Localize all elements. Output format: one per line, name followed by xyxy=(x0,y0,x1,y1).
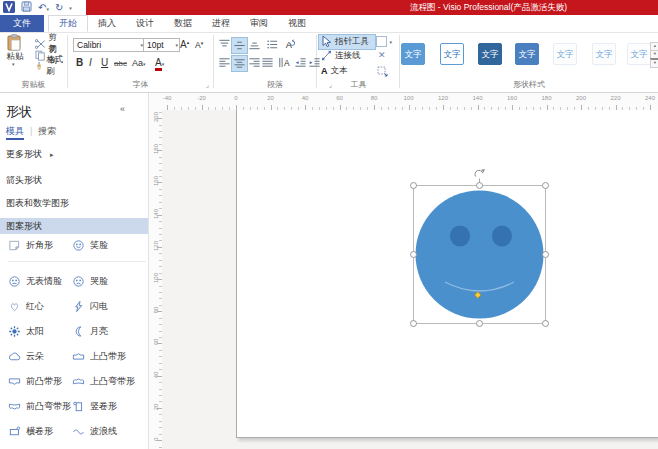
connection-point-icon[interactable]: ✕ xyxy=(378,50,386,60)
stencil-shape[interactable]: 上凸带形 xyxy=(72,344,146,369)
rectangle-tool-button[interactable]: ▾ xyxy=(376,36,392,47)
selection-handle[interactable] xyxy=(411,183,417,189)
ruler-label: 120 xyxy=(438,95,448,101)
shape-style-swatch-4[interactable]: 文字 xyxy=(515,43,539,65)
stencil-shape[interactable]: 前凸弯带形 xyxy=(8,394,72,419)
font-color-button[interactable]: A▾ xyxy=(155,57,164,68)
rotation-handle[interactable] xyxy=(475,170,483,176)
ruler-label: 60 xyxy=(153,336,159,349)
tab-设计[interactable]: 设计 xyxy=(126,15,164,32)
italic-button[interactable]: I xyxy=(89,57,92,68)
grow-font-button[interactable]: A▴ xyxy=(180,39,189,50)
tab-进程[interactable]: 进程 xyxy=(202,15,240,32)
stencil-category-图案形状[interactable]: 图案形状 xyxy=(0,218,148,234)
stencil-shape[interactable]: 云朵 xyxy=(8,344,72,369)
tab-插入[interactable]: 插入 xyxy=(88,15,126,32)
drawing-canvas[interactable] xyxy=(162,110,658,449)
strikethrough-button[interactable]: abc xyxy=(114,59,127,68)
align-left-icon[interactable] xyxy=(217,55,232,70)
align-middle-icon[interactable] xyxy=(231,37,248,54)
change-case-button[interactable]: Aa▾ xyxy=(132,58,146,68)
selection-handle[interactable] xyxy=(543,252,549,258)
smiley-shape[interactable] xyxy=(416,191,544,319)
tab-数据[interactable]: 数据 xyxy=(164,15,202,32)
tab-视图[interactable]: 视图 xyxy=(278,15,316,32)
moon-icon xyxy=(72,325,86,339)
stencil-shape[interactable]: 太阳 xyxy=(8,319,72,344)
down-icon: ▾ xyxy=(201,40,204,46)
chevron-down-icon: ▾ xyxy=(390,39,393,45)
vertical-text-icon[interactable]: A xyxy=(276,55,291,70)
shape-style-swatch-6[interactable]: 文字 xyxy=(592,43,616,65)
shape-style-swatch-1[interactable]: 文字 xyxy=(401,43,425,65)
ribbon-tabs: 开始插入设计数据进程审阅视图 xyxy=(48,15,316,32)
shape-style-swatch-3[interactable]: 文字 xyxy=(478,43,502,65)
visio-window: ↶▾ ↻ ▾ 流程图 - Visio Professional(产品激活失败) … xyxy=(0,0,658,449)
align-top-icon[interactable] xyxy=(217,37,232,52)
selection-handle[interactable] xyxy=(477,183,483,189)
undo-button[interactable]: ↶▾ xyxy=(38,2,49,14)
text-tool-button[interactable]: A 文本 xyxy=(319,64,350,78)
bold-button[interactable]: B xyxy=(76,57,83,68)
stencil-shape[interactable]: 无表情脸 xyxy=(8,269,72,294)
shape-styles-group: 文字文字文字文字文字文字文字 ▴ ▾ ▾ 形状样式 xyxy=(400,33,658,91)
bullets-icon[interactable] xyxy=(265,37,280,52)
rectangle-icon xyxy=(376,36,387,47)
stencil-shape[interactable]: 横卷形 xyxy=(8,419,72,444)
stencil-shape[interactable]: 双波形 xyxy=(8,444,72,449)
selection-handle[interactable] xyxy=(477,321,483,327)
area-select-icon[interactable] xyxy=(376,65,388,79)
text-tool-label: 文本 xyxy=(331,65,348,77)
ruler-label: 220 xyxy=(610,95,620,101)
title-bar-red: 流程图 - Visio Professional(产品激活失败) xyxy=(86,0,658,15)
paste-dropdown-icon[interactable]: ▾ xyxy=(12,61,15,67)
text-direction-icon[interactable]: A xyxy=(283,37,298,52)
stencil-shape[interactable]: 月亮 xyxy=(72,319,146,344)
shrink-font-button[interactable]: A▾ xyxy=(195,40,203,50)
stencil-shape[interactable]: 折角形 xyxy=(8,233,72,258)
stencil-shape[interactable]: 笑脸 xyxy=(72,233,146,258)
pointer-tool-button[interactable]: 指针工具 xyxy=(318,34,376,50)
stencil-shape[interactable]: 波浪线 xyxy=(72,419,146,444)
selection-handle[interactable] xyxy=(411,321,417,327)
ribbon-tab-row: 文件 开始插入设计数据进程审阅视图 xyxy=(0,15,658,33)
stencil-shape[interactable]: 红心 xyxy=(8,294,72,319)
stencil-shape[interactable]: 竖卷形 xyxy=(72,394,146,419)
connector-tool-button[interactable]: 连接线 xyxy=(319,49,363,63)
tab-stencils[interactable]: 模具 xyxy=(6,126,24,140)
tab-审阅[interactable]: 审阅 xyxy=(240,15,278,32)
align-bottom-icon[interactable] xyxy=(247,37,262,52)
stencil-shape[interactable]: 前凸带形 xyxy=(8,369,72,394)
collapse-panel-icon[interactable]: « xyxy=(120,104,125,114)
underline-button[interactable]: U xyxy=(101,57,108,68)
shape-style-swatch-2[interactable]: 文字 xyxy=(440,43,464,65)
redo-icon[interactable]: ↻ xyxy=(55,2,63,14)
stencil-category-图表和数学图形[interactable]: 图表和数学图形 xyxy=(0,192,148,215)
save-icon[interactable] xyxy=(21,1,32,14)
tab-开始[interactable]: 开始 xyxy=(48,15,88,32)
shape-style-swatch-5[interactable]: 文字 xyxy=(553,43,577,65)
decrease-indent-icon[interactable] xyxy=(293,55,308,70)
more-shapes-item[interactable]: 更多形状▸ xyxy=(6,148,54,161)
gallery-more-icon[interactable]: ▾ xyxy=(650,58,658,68)
align-center-icon[interactable] xyxy=(231,55,248,72)
stencil-shape[interactable]: 哭脸 xyxy=(72,269,146,294)
tab-file[interactable]: 文件 xyxy=(0,15,44,32)
chevron-down-icon: ▾ xyxy=(162,61,165,67)
font-family-select[interactable]: Calibri▾ xyxy=(73,38,145,52)
selection-handle[interactable] xyxy=(543,321,549,327)
font-size-select[interactable]: 10pt▾ xyxy=(143,38,180,52)
stencil-shape-label: 太阳 xyxy=(26,325,44,338)
stencil-shape[interactable]: 上凸弯带形 xyxy=(72,369,146,394)
selection-handle[interactable] xyxy=(411,252,417,258)
font-dialog-launcher-icon[interactable]: ⌟ xyxy=(206,81,209,89)
selection-handle[interactable] xyxy=(543,183,549,189)
shape-style-swatch-7[interactable]: 文字 xyxy=(627,43,651,65)
paste-label[interactable]: 粘贴 xyxy=(5,51,25,63)
stencil-category-箭头形状[interactable]: 箭头形状 xyxy=(0,169,148,192)
qat-customize-icon[interactable]: ▾ xyxy=(69,5,72,11)
stencil-shape[interactable]: 闪电 xyxy=(72,294,146,319)
justify-icon[interactable] xyxy=(260,55,275,70)
format-painter-button[interactable]: 格式刷 xyxy=(33,59,67,73)
tab-search[interactable]: 搜索 xyxy=(38,126,56,136)
